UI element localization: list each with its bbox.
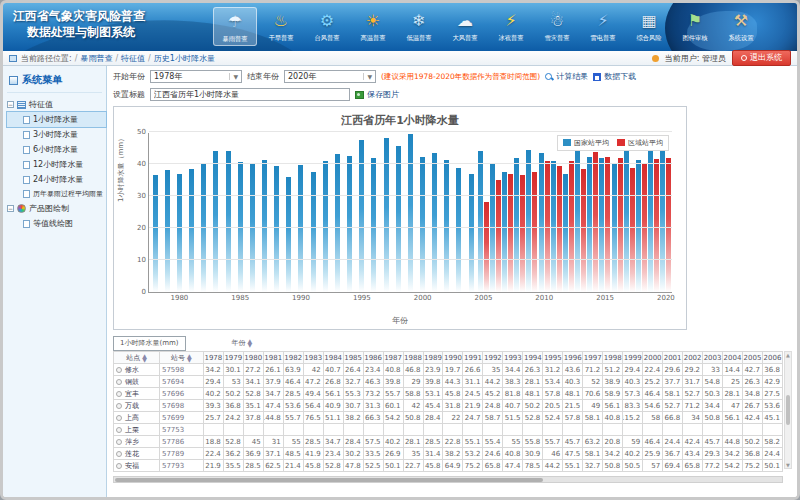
year-column-header[interactable]: 2001 — [663, 352, 683, 364]
year-sort-control[interactable]: 年份 ▲▼ — [232, 338, 253, 348]
table-row-57696[interactable]: 宜丰5769640.250.252.834.728.549.456.155.37… — [114, 388, 783, 400]
tree-item-历年暴雨过程平均雨量[interactable]: 历年暴雨过程平均雨量 — [7, 187, 106, 201]
column-header-站号[interactable]: 站号▲▼ — [160, 352, 204, 364]
value-cell: 40.2 — [204, 388, 224, 400]
toolbar-item-high-temp-survey[interactable]: ☀高温普查 — [351, 7, 395, 46]
toolbar-item-rainstorm-survey[interactable]: ☂暴雨普查 — [213, 7, 257, 46]
year-column-header[interactable]: 1985 — [344, 352, 364, 364]
table-row-57699[interactable]: 上高5769925.724.237.8144.855.776.551.138.2… — [114, 412, 783, 424]
toolbar-item-low-temp-survey[interactable]: ❄低温普查 — [397, 7, 441, 46]
row-select-icon[interactable] — [116, 403, 122, 409]
year-column-header[interactable]: 1986 — [364, 352, 384, 364]
year-column-header[interactable]: 1989 — [424, 352, 444, 364]
row-select-icon[interactable] — [116, 451, 122, 457]
tree-item-3小时降水量[interactable]: 3小时降水量 — [7, 127, 106, 142]
y-tick-label: 30 — [137, 192, 146, 200]
table-row-57598[interactable]: 修水5759834.230.127.226.163.94240.726.423.… — [114, 364, 783, 376]
toolbar-item-drought-survey[interactable]: ♨干旱普查 — [259, 7, 303, 46]
year-column-header[interactable]: 1999 — [623, 352, 643, 364]
sort-arrows-icon[interactable]: ▲▼ — [142, 354, 147, 362]
tree-item-12小时降水量[interactable]: 12小时降水量 — [7, 157, 106, 172]
toolbar-item-snow-survey[interactable]: ☃雪灾普查 — [535, 7, 579, 46]
bar-group-1990 — [295, 133, 307, 292]
toolbar-item-typhoon-survey[interactable]: ⚙台风普查 — [305, 7, 349, 46]
toolbar-item-label: 台风普查 — [314, 34, 339, 43]
row-select-icon[interactable] — [116, 391, 122, 397]
year-column-header[interactable]: 1993 — [503, 352, 523, 364]
expander-icon[interactable]: − — [7, 205, 14, 212]
year-column-header[interactable]: 1979 — [224, 352, 244, 364]
scroll-down-icon[interactable]: ▼ — [786, 462, 790, 468]
table-row-57786[interactable]: 萍乡5778618.852.845315528.534.728.457.540.… — [114, 436, 783, 448]
year-column-header[interactable]: 1983 — [304, 352, 324, 364]
start-year-select[interactable]: 1978年▼ — [150, 70, 242, 83]
value-cell: 14.4 — [723, 364, 743, 376]
row-select-icon[interactable] — [116, 415, 122, 421]
row-select-icon[interactable] — [116, 379, 122, 385]
tree-group-特征值[interactable]: −特征值 — [7, 97, 106, 112]
regional-station-bar-2016 — [618, 158, 623, 292]
calculate-button[interactable]: 计算结果 — [545, 71, 588, 82]
save-image-button[interactable]: 保存图片 — [355, 89, 399, 100]
year-column-header[interactable]: 2005 — [743, 352, 763, 364]
value-cell: 34.7 — [324, 436, 344, 448]
year-column-header[interactable]: 1995 — [543, 352, 563, 364]
year-column-header[interactable]: 1992 — [483, 352, 503, 364]
table-row-57789[interactable]: 莲花5778922.436.236.937.148.541.923.430.23… — [114, 448, 783, 460]
year-column-header[interactable]: 1997 — [583, 352, 603, 364]
tree-item-1小时降水量[interactable]: 1小时降水量 — [7, 112, 106, 127]
scroll-up-icon[interactable]: ▲ — [786, 352, 790, 358]
table-row-57698[interactable]: 万载5769839.336.835.147.453.656.440.930.73… — [114, 400, 783, 412]
station-id-cell: 57793 — [160, 460, 204, 472]
year-column-header[interactable]: 1978 — [204, 352, 224, 364]
horizontal-scrollbar[interactable] — [113, 476, 783, 483]
row-select-icon[interactable] — [116, 439, 122, 445]
tree-group-产品图绘制[interactable]: −产品图绘制 — [7, 201, 106, 216]
sort-arrows-icon[interactable]: ▲▼ — [187, 354, 192, 362]
toolbar-item-lightning-survey[interactable]: ⚡雷电普查 — [581, 7, 625, 46]
tree-item-等值线绘图[interactable]: 等值线绘图 — [7, 216, 106, 231]
vscroll-thumb[interactable] — [786, 395, 790, 425]
vertical-scrollbar[interactable]: ▲▼ — [784, 351, 792, 469]
tree-item-6小时降水量[interactable]: 6小时降水量 — [7, 142, 106, 157]
expander-icon[interactable]: − — [7, 101, 14, 108]
tree-item-24小时降水量[interactable]: 24小时降水量 — [7, 172, 106, 187]
toolbar-item-map-review[interactable]: ⚑图件审核 — [673, 7, 717, 46]
table-row-57753[interactable]: 上栗57753 — [114, 424, 783, 436]
year-column-header[interactable]: 1982 — [284, 352, 304, 364]
hscroll-thumb[interactable] — [115, 478, 543, 482]
toolbar-item-comprehensive-risk[interactable]: ▦综合风险 — [627, 7, 671, 46]
column-header-站点[interactable]: 站点▲▼ — [114, 352, 160, 364]
table-row-57694[interactable]: 铜鼓5769429.45334.137.946.447.226.832.746.… — [114, 376, 783, 388]
year-column-header[interactable]: 1981 — [264, 352, 284, 364]
breadcrumb-item[interactable]: 特征值 — [121, 54, 145, 63]
logout-button[interactable]: 退出系统 — [732, 50, 791, 66]
toolbar-item-system-settings[interactable]: ⚒系统设置 — [719, 7, 763, 46]
year-column-header[interactable]: 1988 — [404, 352, 424, 364]
chart-title-input[interactable] — [150, 88, 350, 101]
year-column-header[interactable]: 2003 — [703, 352, 723, 364]
year-column-header[interactable]: 1996 — [563, 352, 583, 364]
year-column-header[interactable]: 2004 — [723, 352, 743, 364]
year-column-header[interactable]: 1984 — [324, 352, 344, 364]
breadcrumb-item[interactable]: 暴雨普查 — [80, 54, 112, 63]
bar-group-1986 — [246, 133, 258, 292]
year-column-header[interactable]: 1990 — [443, 352, 463, 364]
table-row-57793[interactable]: 安福5779321.935.528.562.521.445.852.847.85… — [114, 460, 783, 472]
year-column-header[interactable]: 1998 — [603, 352, 623, 364]
row-select-icon[interactable] — [116, 463, 122, 469]
year-column-header[interactable]: 2002 — [683, 352, 703, 364]
year-column-header[interactable]: 1994 — [523, 352, 543, 364]
end-year-select[interactable]: 2020年▼ — [284, 70, 376, 83]
row-select-icon[interactable] — [116, 367, 122, 373]
toolbar-item-gale-survey[interactable]: ☁大风普查 — [443, 7, 487, 46]
year-column-header[interactable]: 1987 — [384, 352, 404, 364]
breadcrumb-item[interactable]: 历史1小时降水量 — [154, 54, 215, 63]
toolbar-item-hail-survey[interactable]: ⚡冰雹普查 — [489, 7, 533, 46]
year-column-header[interactable]: 2000 — [643, 352, 663, 364]
download-button[interactable]: 数据下载 — [593, 71, 636, 82]
year-column-header[interactable]: 1980 — [244, 352, 264, 364]
year-column-header[interactable]: 1991 — [463, 352, 483, 364]
row-select-icon[interactable] — [116, 427, 122, 433]
year-column-header[interactable]: 2006 — [763, 352, 783, 364]
